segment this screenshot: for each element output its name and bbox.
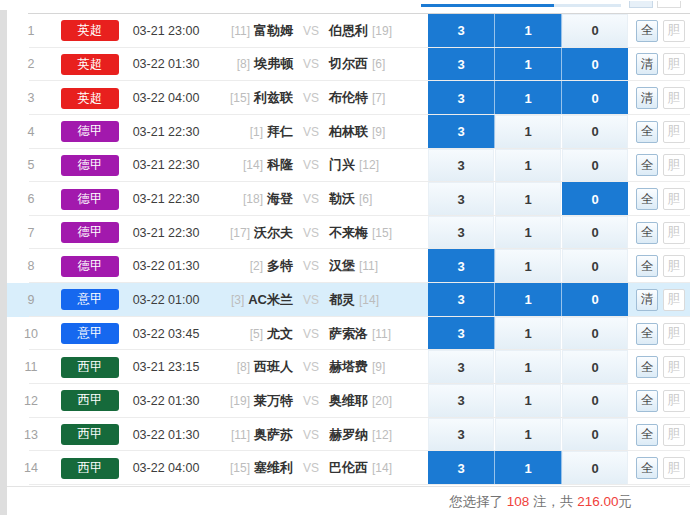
pick-0-cell[interactable]: 0 — [562, 451, 628, 485]
pick-0-cell[interactable]: 0 — [562, 149, 628, 183]
match-index: 9 — [7, 283, 55, 317]
league-badge: 西甲 — [61, 424, 119, 445]
pick-0-cell[interactable]: 0 — [562, 216, 628, 250]
dan-button[interactable]: 胆 — [663, 188, 685, 210]
select-all-or-clear-button[interactable]: 清 — [636, 87, 658, 109]
match-time: 03-21 22:30 — [125, 149, 207, 183]
vs-label: VS — [293, 451, 329, 485]
pick-3-cell[interactable]: 3 — [428, 48, 495, 82]
pick-0-cell[interactable]: 0 — [562, 115, 628, 149]
dan-button[interactable]: 胆 — [663, 356, 685, 378]
pick-0-cell[interactable]: 0 — [562, 182, 628, 216]
match-index: 7 — [7, 216, 55, 250]
pick-3-cell[interactable]: 3 — [428, 418, 495, 452]
partial-row-top-action-button — [629, 1, 653, 8]
match-time: 03-22 04:00 — [125, 451, 207, 485]
pick-1-cell[interactable]: 1 — [495, 115, 562, 149]
select-all-or-clear-button[interactable]: 全 — [636, 222, 658, 244]
pick-1-cell[interactable]: 1 — [495, 283, 562, 317]
dan-button[interactable]: 胆 — [663, 255, 685, 277]
pick-3-cell[interactable]: 3 — [428, 14, 495, 48]
vs-label: VS — [293, 384, 329, 418]
match-row: 9 意甲 03-22 01:00 [3]AC米兰 VS 都灵[14] 310 清… — [7, 283, 690, 317]
pick-3-cell[interactable]: 3 — [428, 451, 495, 485]
dan-button[interactable]: 胆 — [663, 154, 685, 176]
match-time: 03-22 01:00 — [125, 283, 207, 317]
dan-button[interactable]: 胆 — [663, 87, 685, 109]
pick-1-cell[interactable]: 1 — [495, 149, 562, 183]
pick-1-cell[interactable]: 1 — [495, 350, 562, 384]
pick-0-cell[interactable]: 0 — [562, 48, 628, 82]
select-all-or-clear-button[interactable]: 全 — [636, 154, 658, 176]
pick-3-cell[interactable]: 3 — [428, 317, 495, 351]
pick-0-cell[interactable]: 0 — [562, 249, 628, 283]
pick-3-cell[interactable]: 3 — [428, 216, 495, 250]
away-team-rank: [11] — [372, 327, 391, 341]
dan-button[interactable]: 胆 — [663, 424, 685, 446]
pick-0-cell[interactable]: 0 — [562, 384, 628, 418]
pick-1-cell[interactable]: 1 — [495, 14, 562, 48]
match-time: 03-22 01:30 — [125, 384, 207, 418]
select-all-or-clear-button[interactable]: 全 — [636, 356, 658, 378]
match-row: 3 英超 03-22 04:00 [15]利兹联 VS 布伦特[7] 310 清… — [7, 81, 690, 115]
pick-3-cell[interactable]: 3 — [428, 350, 495, 384]
pick-0-cell[interactable]: 0 — [562, 317, 628, 351]
dan-button[interactable]: 胆 — [663, 289, 685, 311]
home-team: [11]富勒姆 — [207, 14, 293, 48]
pick-3-cell[interactable]: 3 — [428, 115, 495, 149]
match-time: 03-22 01:30 — [125, 48, 207, 82]
pick-1-cell[interactable]: 1 — [495, 317, 562, 351]
dan-button[interactable]: 胆 — [663, 20, 685, 42]
dan-button[interactable]: 胆 — [663, 222, 685, 244]
select-all-or-clear-button[interactable]: 全 — [636, 390, 658, 412]
pick-3-cell[interactable]: 3 — [428, 384, 495, 418]
bet-count: 108 — [507, 494, 530, 509]
home-team: [5]尤文 — [207, 317, 293, 351]
pick-1-cell[interactable]: 1 — [495, 81, 562, 115]
home-team-name: 科隆 — [267, 156, 293, 174]
vs-label: VS — [293, 418, 329, 452]
select-all-or-clear-button[interactable]: 全 — [636, 188, 658, 210]
pick-3-cell[interactable]: 3 — [428, 149, 495, 183]
away-team-name: 赫罗纳 — [329, 426, 368, 444]
pick-1-cell[interactable]: 1 — [495, 384, 562, 418]
dan-button[interactable]: 胆 — [663, 53, 685, 75]
dan-button[interactable]: 胆 — [663, 323, 685, 345]
select-all-or-clear-button[interactable]: 全 — [636, 457, 658, 479]
vs-label: VS — [293, 14, 329, 48]
away-team-name: 萨索洛 — [329, 325, 368, 343]
dan-button[interactable]: 胆 — [663, 457, 685, 479]
select-all-or-clear-button[interactable]: 全 — [636, 424, 658, 446]
pick-1-cell[interactable]: 1 — [495, 418, 562, 452]
home-team: [14]科隆 — [207, 149, 293, 183]
pick-0-cell[interactable]: 0 — [562, 283, 628, 317]
away-team: 切尔西[6] — [329, 48, 421, 82]
pick-3-cell[interactable]: 3 — [428, 81, 495, 115]
select-all-or-clear-button[interactable]: 全 — [636, 121, 658, 143]
select-all-or-clear-button[interactable]: 全 — [636, 323, 658, 345]
select-all-or-clear-button[interactable]: 全 — [636, 255, 658, 277]
away-team-rank: [6] — [359, 192, 372, 206]
pick-options: 310 — [428, 317, 628, 351]
pick-1-cell[interactable]: 1 — [495, 216, 562, 250]
select-all-or-clear-button[interactable]: 全 — [636, 20, 658, 42]
pick-3-cell[interactable]: 3 — [428, 283, 495, 317]
pick-3-cell[interactable]: 3 — [428, 249, 495, 283]
pick-0-cell[interactable]: 0 — [562, 350, 628, 384]
home-team-rank: [15] — [230, 91, 250, 105]
vs-label: VS — [293, 317, 329, 351]
dan-button[interactable]: 胆 — [663, 121, 685, 143]
select-all-or-clear-button[interactable]: 清 — [636, 53, 658, 75]
row-actions: 清 胆 — [636, 48, 685, 82]
pick-1-cell[interactable]: 1 — [495, 48, 562, 82]
pick-0-cell[interactable]: 0 — [562, 81, 628, 115]
pick-0-cell[interactable]: 0 — [562, 14, 628, 48]
away-team: 赫塔费[9] — [329, 350, 421, 384]
pick-3-cell[interactable]: 3 — [428, 182, 495, 216]
pick-1-cell[interactable]: 1 — [495, 451, 562, 485]
select-all-or-clear-button[interactable]: 清 — [636, 289, 658, 311]
pick-1-cell[interactable]: 1 — [495, 182, 562, 216]
pick-0-cell[interactable]: 0 — [562, 418, 628, 452]
dan-button[interactable]: 胆 — [663, 390, 685, 412]
pick-1-cell[interactable]: 1 — [495, 249, 562, 283]
